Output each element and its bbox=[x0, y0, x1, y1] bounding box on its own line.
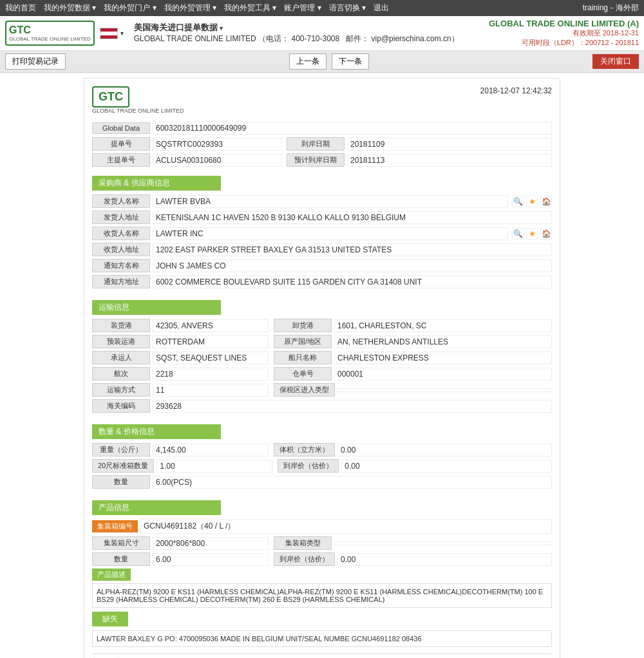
nav-trade-mgmt[interactable]: 我的外贸管理 ▾ bbox=[164, 3, 216, 14]
print-button[interactable]: 打印贸易记录 bbox=[5, 53, 66, 70]
est-arrive-label: 预计到岸日期 bbox=[287, 153, 345, 167]
carrier-vessel-row: 承运人 SQST, SEAQUEST LINES 船只名称 CHARLESTON… bbox=[92, 351, 552, 364]
page-title: 美国海关进口提单数据 bbox=[134, 23, 218, 32]
prev-button[interactable]: 上一条 bbox=[289, 53, 327, 70]
logo-subtitle: GLOBAL TRADE ONLINE LIMITED bbox=[9, 36, 91, 42]
nav-logout[interactable]: 退出 bbox=[374, 3, 389, 14]
consignee-addr-value: KETENISLAAN 1C HAVEN 1520 B 9130 KALLO K… bbox=[153, 211, 552, 224]
next-button[interactable]: 下一条 bbox=[332, 53, 369, 70]
quantity-price-section: 数量 & 价格信息 重量（公斤） 4,145.00 体积（立方米） 0.00 2… bbox=[92, 418, 552, 489]
doc-footer: 美国海关进口提单数据 1 / 1 600320181110000649099 bbox=[92, 653, 552, 658]
ldr-info: 可用时段（LDR）：200712 - 201811 bbox=[489, 38, 639, 48]
pre-transport-origin-row: 预装运港 ROTTERDAM 原产国/地区 AN, NETHERLANDS AN… bbox=[92, 335, 552, 348]
bill-arrive-row: 提单号 SQSTRTC0029393 到岸日期 20181109 bbox=[92, 137, 552, 151]
carrier-label: 承运人 bbox=[92, 351, 150, 364]
origin-label: 原产国/地区 bbox=[274, 335, 332, 348]
logo-text: GTC bbox=[9, 24, 91, 36]
nav-home[interactable]: 我的首页 bbox=[5, 3, 36, 14]
container-type-label: 集装箱类型 bbox=[274, 536, 332, 550]
origin-value: AN, NETHERLANDS ANTILLES bbox=[334, 335, 552, 348]
dropdown-icon[interactable]: ▾ bbox=[220, 24, 223, 32]
receiver-name-label: 收货人名称 bbox=[92, 227, 150, 240]
bill-no-label: 提单号 bbox=[92, 137, 150, 151]
container-size-type-row: 集装箱尺寸 2000*806*800 集装箱类型 bbox=[92, 536, 552, 550]
carrier-value: SQST, SEAQUEST LINES bbox=[153, 352, 269, 364]
consignee-icons: 🔍 ★ 🏠 bbox=[512, 196, 552, 207]
container-no-row: 集装箱编号 GCNU4691182（40 / L /） bbox=[92, 519, 552, 534]
quantity-row: 数量 6.00(PCS) bbox=[92, 475, 552, 489]
container-type-value bbox=[334, 541, 552, 545]
nav-trade-data[interactable]: 我的外贸数据 ▾ bbox=[44, 3, 96, 14]
buyer-supplier-header: 采购商 & 供应商信息 bbox=[92, 176, 221, 191]
container20-label: 20尺标准箱数量 bbox=[92, 459, 154, 473]
doc-logo: GTC bbox=[92, 86, 129, 108]
receiver-search-icon[interactable]: 🔍 bbox=[512, 228, 524, 240]
receiver-star-icon[interactable]: ★ bbox=[526, 228, 538, 240]
toolbar-right: 关闭窗口 bbox=[592, 54, 639, 69]
nav-trade-tools[interactable]: 我的外贸工具 ▾ bbox=[224, 3, 276, 14]
receiver-name-value: LAWTER INC bbox=[153, 227, 508, 240]
weight-volume-row: 重量（公斤） 4,145.00 体积（立方米） 0.00 bbox=[92, 443, 552, 456]
prod-price-value: 0.00 bbox=[337, 553, 552, 566]
flag-dropdown-icon[interactable]: ▾ bbox=[120, 30, 124, 37]
arrive-date-label: 到岸日期 bbox=[287, 137, 345, 151]
email-label: 邮件： bbox=[346, 34, 369, 43]
phone-number: 400-710-3008 bbox=[291, 34, 339, 43]
main-content: GTC GLOBAL TRADE ONLINE LIMITED 2018-12-… bbox=[0, 73, 644, 658]
container20-price-row: 20尺标准箱数量 1.00 到岸价（估价） 0.00 bbox=[92, 459, 552, 473]
transport-header: 运输信息 bbox=[92, 300, 221, 315]
company-full: GLOBAL TRADE ONLINE LIMITED bbox=[134, 34, 256, 43]
volume-value: 0.00 bbox=[337, 444, 552, 456]
receiver-name-row: 收货人名称 LAWTER INC 🔍 ★ 🏠 bbox=[92, 227, 552, 240]
arrive-date-value: 20181109 bbox=[347, 138, 552, 151]
customs-code-row: 海关编码 293628 bbox=[92, 399, 552, 413]
vessel-label: 船只名称 bbox=[274, 351, 332, 364]
pre-transport-label: 预装运港 bbox=[92, 335, 150, 348]
nav-trade-portal[interactable]: 我的外贸门户 ▾ bbox=[104, 3, 156, 14]
header-info: 美国海关进口提单数据 ▾ GLOBAL TRADE ONLINE LIMITED… bbox=[134, 22, 489, 44]
doc-logo-area: GTC GLOBAL TRADE ONLINE LIMITED bbox=[92, 86, 184, 114]
bonded-type-value bbox=[337, 388, 552, 392]
close-button[interactable]: 关闭窗口 bbox=[592, 54, 639, 69]
global-data-row: Global Data 600320181110000649099 bbox=[92, 122, 552, 135]
pre-transport-value: ROTTERDAM bbox=[153, 335, 269, 348]
product-desc-value: ALPHA-REZ(TM) 9200 E KS11 (HARMLESS CHEM… bbox=[92, 583, 552, 608]
warehouse-no-value: 000001 bbox=[334, 368, 552, 381]
prod-quantity-value: 6.00 bbox=[153, 553, 269, 566]
lost-button[interactable]: 缺失 bbox=[92, 612, 128, 626]
quantity-price-header: 数量 & 价格信息 bbox=[92, 424, 221, 439]
nav-language[interactable]: 语言切换 ▾ bbox=[329, 3, 366, 14]
document-card: GTC GLOBAL TRADE ONLINE LIMITED 2018-12-… bbox=[84, 78, 560, 658]
prod-price-label: 到岸价（估价） bbox=[274, 552, 335, 566]
product-desc-row: 产品描述 bbox=[92, 569, 552, 581]
voyage-value: 2218 bbox=[153, 368, 269, 381]
toolbar-left: 打印贸易记录 bbox=[5, 53, 66, 70]
consignee-search-icon[interactable]: 🔍 bbox=[512, 196, 524, 207]
notify-name-value: JOHN S JAMES CO bbox=[153, 259, 552, 272]
consignee-star-icon[interactable]: ★ bbox=[526, 196, 538, 207]
weight-label: 重量（公斤） bbox=[92, 443, 150, 456]
product-header: 产品信息 bbox=[92, 500, 221, 515]
receiver-name-value-area: LAWTER INC 🔍 ★ 🏠 bbox=[153, 227, 552, 240]
consignee-home-icon[interactable]: 🏠 bbox=[540, 196, 552, 207]
header-bar: GTC GLOBAL TRADE ONLINE LIMITED ▾ 美国海关进口… bbox=[0, 16, 644, 51]
notify-addr-row: 通知方地址 6002 COMMERCE BOULEVARD SUITE 115 … bbox=[92, 275, 552, 288]
load-port-value: 42305, ANVERS bbox=[153, 319, 269, 332]
transport-mode-label: 运输方式 bbox=[92, 383, 150, 397]
load-port-label: 装货港 bbox=[92, 319, 150, 332]
transport-mode-value: 11 bbox=[153, 384, 269, 397]
notify-name-label: 通知方名称 bbox=[92, 259, 150, 272]
toolbar-top: 打印贸易记录 上一条 下一条 关闭窗口 bbox=[0, 51, 644, 73]
consignee-addr-row: 发货人地址 KETENISLAAN 1C HAVEN 1520 B 9130 K… bbox=[92, 211, 552, 224]
nav-account[interactable]: 账户管理 ▾ bbox=[284, 3, 321, 14]
toolbar-center: 上一条 下一条 bbox=[289, 53, 369, 70]
container20-value: 1.00 bbox=[156, 460, 272, 473]
receiver-addr-row: 收货人地址 1202 EAST PARKER STREET BAXLEY GA … bbox=[92, 243, 552, 256]
prod-quantity-label: 数量 bbox=[92, 552, 150, 566]
email-address: vip@pierschina.com.cn bbox=[372, 34, 451, 43]
nav-links: 我的首页 我的外贸数据 ▾ 我的外贸门户 ▾ 我的外贸管理 ▾ 我的外贸工具 ▾… bbox=[5, 3, 389, 14]
product-section: 产品信息 集装箱编号 GCNU4691182（40 / L /） 集装箱尺寸 2… bbox=[92, 494, 552, 647]
bonded-type-label: 保税区进入类型 bbox=[274, 383, 335, 397]
receiver-home-icon[interactable]: 🏠 bbox=[540, 228, 552, 240]
company-name: GLOBAL TRADE ONLINE LIMITED (A) bbox=[489, 19, 639, 28]
